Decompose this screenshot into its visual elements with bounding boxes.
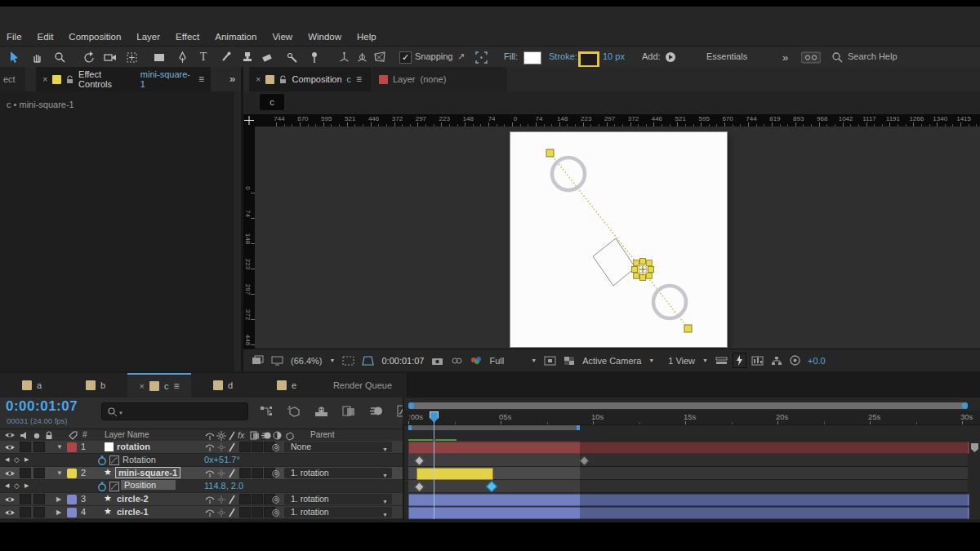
workspace-manager-icon[interactable] — [800, 50, 822, 64]
keyframe-diamond[interactable] — [414, 482, 425, 492]
path-endpoint-end[interactable] — [684, 325, 692, 332]
region-of-interest-icon[interactable] — [342, 356, 354, 366]
motion-blur-icon[interactable] — [369, 405, 383, 417]
collapse-switch-icon[interactable] — [216, 469, 226, 478]
quality-switch-icon[interactable] — [228, 508, 236, 518]
switch-well[interactable] — [239, 494, 251, 504]
views-dropdown-icon[interactable]: ▼ — [702, 358, 708, 363]
motion-path[interactable] — [550, 153, 688, 329]
current-time-indicator-line[interactable] — [434, 411, 434, 519]
exposure-value[interactable]: +0.0 — [808, 356, 826, 366]
graph-icon[interactable] — [109, 482, 119, 491]
menu-file[interactable]: File — [7, 32, 22, 42]
parent-pick-whip-icon[interactable]: ◎ — [272, 442, 280, 452]
parent-pick-whip-icon[interactable]: ◎ — [272, 494, 280, 504]
view-axis-mode-icon[interactable] — [372, 50, 387, 64]
resolution-dropdown-icon[interactable]: ▼ — [531, 358, 537, 363]
quality-switch-icon[interactable] — [228, 442, 236, 452]
audio-toggle-well[interactable] — [20, 494, 31, 504]
shy-switch-icon[interactable] — [205, 469, 215, 478]
quality-switch-icon[interactable] — [228, 495, 236, 504]
parent-dropdown[interactable]: 1. rotation▼ — [284, 468, 392, 478]
search-help-field[interactable]: Search Help — [848, 51, 898, 61]
channels-icon[interactable] — [470, 356, 482, 366]
flowchart-button-icon[interactable] — [771, 356, 782, 366]
parent-dropdown[interactable]: 1. rotation▼ — [284, 507, 392, 518]
render-queue-tab[interactable]: Render Queue — [318, 373, 408, 398]
shy-switch-icon[interactable] — [205, 508, 215, 518]
expander-icon[interactable]: ▶ — [56, 509, 61, 516]
grid-guides-icon[interactable] — [362, 356, 374, 366]
time-ruler[interactable]: :00s05s10s15s20s25s30s — [403, 411, 980, 425]
next-keyframe-icon[interactable]: ▶ — [24, 456, 29, 463]
composition-canvas[interactable] — [510, 132, 727, 347]
quality-switch-icon[interactable] — [228, 469, 236, 478]
menu-composition[interactable]: Composition — [69, 32, 121, 42]
draft-3d-icon[interactable] — [287, 405, 301, 417]
property-value[interactable]: 114.8, 2.0 — [204, 481, 243, 491]
add-menu-icon[interactable] — [663, 50, 678, 64]
snapshot-camera-icon[interactable] — [431, 356, 443, 366]
exposure-shutter-icon[interactable] — [790, 355, 800, 366]
property-name[interactable]: Rotation — [122, 455, 156, 464]
path-endpoint-start[interactable] — [546, 149, 554, 157]
switch-well[interactable] — [252, 442, 263, 452]
magnification-value[interactable]: (66.4%) — [291, 356, 323, 366]
world-axis-mode-icon[interactable] — [354, 50, 369, 64]
pen-tool-icon[interactable] — [175, 50, 189, 64]
snapping-checkbox[interactable]: ✓ — [399, 51, 412, 64]
target-region-icon[interactable] — [544, 356, 556, 366]
parent-dropdown[interactable]: 1. rotation▼ — [284, 494, 392, 504]
collapse-switch-icon[interactable] — [216, 442, 226, 452]
ruler-origin-corner[interactable] — [243, 114, 255, 127]
search-icon[interactable] — [830, 50, 844, 64]
snap-bounds-icon[interactable] — [474, 50, 488, 64]
frame-blending-icon[interactable] — [342, 405, 355, 417]
fast-previews-icon[interactable] — [735, 355, 744, 366]
shy-switch-icon[interactable] — [205, 495, 215, 504]
audio-toggle-well[interactable] — [20, 442, 31, 452]
switch-well[interactable] — [239, 442, 251, 452]
workspace-overflow-icon[interactable]: » — [782, 51, 788, 64]
hand-tool-icon[interactable] — [29, 50, 44, 64]
shy-toggle-icon[interactable] — [314, 405, 328, 417]
circle-shape-2[interactable] — [653, 286, 686, 318]
layer-duration-bar[interactable] — [416, 468, 493, 480]
unlock-icon[interactable] — [279, 75, 287, 84]
comp-tab-a[interactable]: a — [0, 373, 65, 398]
menu-window[interactable]: Window — [308, 32, 341, 42]
camera-tool-icon[interactable] — [103, 50, 118, 64]
camera-dropdown-icon[interactable]: ▼ — [648, 358, 654, 363]
pan-behind-tool-icon[interactable] — [124, 50, 139, 64]
work-area-start-handle[interactable] — [408, 425, 412, 430]
visibility-eye-icon[interactable] — [4, 443, 16, 451]
layer-label-color[interactable] — [67, 442, 77, 452]
pixel-aspect-icon[interactable] — [715, 356, 728, 366]
property-name[interactable]: Position — [121, 480, 176, 490]
menu-help[interactable]: Help — [357, 32, 376, 42]
eraser-tool-icon[interactable] — [260, 50, 274, 64]
collapse-switch-icon[interactable] — [216, 495, 226, 504]
local-axis-mode-icon[interactable] — [336, 50, 351, 64]
selection-tool-icon[interactable] — [7, 50, 21, 64]
audio-toggle-well[interactable] — [20, 468, 31, 478]
shy-switch-icon[interactable] — [205, 442, 215, 452]
layer-row[interactable]: ▶3★circle-2◎1. rotation▼ — [0, 493, 403, 506]
lock-toggle-well[interactable] — [33, 507, 45, 518]
audio-toggle-well[interactable] — [20, 507, 31, 518]
current-timecode[interactable]: 0:00:01:07 — [6, 398, 78, 415]
navigator-end-handle[interactable] — [962, 402, 968, 409]
timeline-button-icon[interactable] — [751, 356, 764, 366]
layer-row[interactable]: ▶4★circle-1◎1. rotation▼ — [0, 506, 403, 519]
preview-timecode[interactable]: 0:00:01:07 — [381, 356, 424, 366]
brush-tool-icon[interactable] — [219, 50, 234, 64]
next-keyframe-icon[interactable]: ▶ — [24, 482, 29, 489]
close-icon[interactable]: × — [256, 74, 261, 84]
fill-swatch[interactable] — [523, 51, 541, 64]
snap-to-edges-icon[interactable]: ↗ — [457, 51, 465, 62]
keyframe-diamond[interactable] — [414, 455, 425, 466]
timeline-search-input[interactable]: ▼ — [101, 402, 248, 420]
resolution-value[interactable]: Full — [489, 356, 504, 366]
panel-menu-icon[interactable]: ≡ — [198, 73, 204, 85]
roto-brush-tool-icon[interactable] — [284, 50, 299, 64]
